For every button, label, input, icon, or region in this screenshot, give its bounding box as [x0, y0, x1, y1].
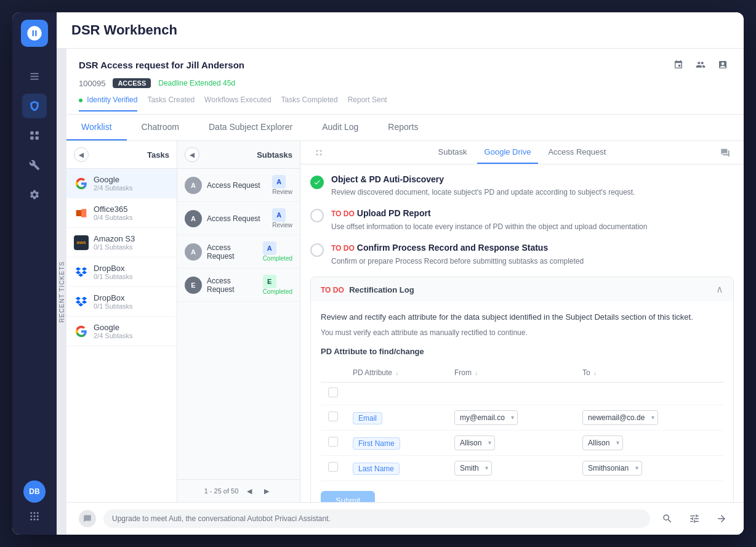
submit-button[interactable]: Submit [321, 491, 375, 503]
progress-tab-workflows[interactable]: Workflows Executed [204, 93, 281, 107]
chat-bubble: Upgrade to meet Auti, the conversational… [103, 509, 650, 528]
subtask-info: Access Request [207, 243, 258, 261]
task-detail-body: TO DOConfirm Process Record and Response… [331, 242, 734, 267]
rect-header: TO DO Rectification Log ∧ [311, 277, 733, 301]
ticket-icon-1[interactable] [670, 56, 687, 73]
arrow-right-icon[interactable] [712, 509, 731, 529]
sidebar-item-wrench[interactable] [22, 153, 47, 177]
subtasks-column: ◀ Subtasks A Access Request A Review [177, 141, 300, 502]
tab-reports[interactable]: Reports [373, 115, 433, 140]
subtask-item[interactable]: A Access Request A Review [177, 169, 300, 202]
subtask-avatar: A [185, 243, 202, 261]
tab-data-subject-explorer[interactable]: Data Subject Explorer [194, 115, 307, 140]
aws-logo: aws [74, 235, 89, 250]
task-item[interactable]: DropBox 0/1 Subtasks [66, 257, 177, 287]
ticket-icon-3[interactable] [714, 56, 731, 73]
sidebar-item-menu[interactable] [22, 64, 47, 89]
from-select-wrap: my@email.co [454, 410, 518, 425]
from-select-lastname[interactable]: Smith [454, 461, 492, 476]
page-next[interactable]: ▶ [260, 485, 273, 497]
app-logo[interactable] [21, 20, 48, 47]
tasks-column: ◀ Tasks Google 2/4 Subtasks [66, 141, 177, 502]
tab-worklist[interactable]: Worklist [66, 115, 127, 140]
pd-checkbox[interactable] [328, 411, 338, 421]
subtask-info: Access Request [207, 181, 267, 190]
to-select-wrap: newemail@co.de [582, 410, 658, 425]
task-detail-item: Object & PD Auti-Discovery Review discov… [310, 174, 734, 198]
svg-point-8 [34, 512, 36, 514]
task-item[interactable]: Office365 0/4 Subtasks [66, 198, 177, 228]
detail-tab-subtask[interactable]: Subtask [431, 141, 475, 164]
task-check-empty[interactable] [310, 209, 324, 222]
main-tabs: Worklist Chatroom Data Subject Explorer … [66, 115, 744, 141]
comment-button[interactable] [717, 144, 734, 161]
apps-icon[interactable] [23, 505, 46, 527]
subtask-item[interactable]: A Access Request A Review [177, 202, 300, 235]
pd-tag-lastname: Last Name [353, 463, 400, 475]
sliders-icon[interactable] [685, 509, 704, 529]
table-row: First Name Allison [321, 430, 723, 455]
sidebar-item-grid[interactable] [22, 123, 47, 148]
progress-tab-identity[interactable]: Identity Verified [79, 93, 147, 107]
task-check-empty[interactable] [310, 243, 324, 257]
task-item[interactable]: Google 2/4 Subtasks [66, 317, 177, 346]
task-detail-body: TO DOUpload PD Report Use offset informa… [331, 208, 734, 232]
dropbox2-logo [74, 294, 89, 309]
detail-tab-google-drive[interactable]: Google Drive [477, 141, 539, 164]
bottom-bar: Upgrade to meet Auti, the conversational… [66, 502, 744, 535]
subtasks-nav-prev[interactable]: ◀ [185, 147, 199, 162]
to-select-wrap: Allison [582, 436, 623, 450]
sidebar-item-shield[interactable] [22, 94, 47, 118]
ticket-icon-2[interactable] [692, 56, 709, 73]
subtask-item[interactable]: A Access Request A Completed [177, 235, 300, 269]
rect-note: You must verify each attribute as manual… [321, 328, 723, 337]
subtask-info: Access Request [207, 214, 267, 223]
subtask-badge: A [272, 208, 286, 222]
task-detail-item: TO DOUpload PD Report Use offset informa… [310, 208, 734, 232]
progress-tab-report[interactable]: Report Sent [348, 93, 397, 107]
ticket-deadline: Deadline Extended 45d [158, 79, 235, 87]
table-row: Last Name Smith [321, 455, 723, 480]
task-item[interactable]: DropBox 0/1 Subtasks [66, 287, 177, 317]
svg-rect-17 [81, 209, 86, 217]
subtasks-col-header: ◀ Subtasks [177, 141, 300, 169]
pd-table: PD Attribute ↓ From ↓ [321, 363, 723, 481]
office365-logo [74, 206, 89, 221]
progress-tab-tasks[interactable]: Tasks Created [147, 93, 204, 107]
page-prev[interactable]: ◀ [243, 485, 255, 497]
svg-rect-1 [30, 76, 39, 77]
pd-checkbox[interactable] [328, 462, 338, 472]
to-select-firstname[interactable]: Allison [582, 436, 623, 450]
task-detail-item: TO DOConfirm Process Record and Response… [310, 242, 734, 267]
tab-audit-log[interactable]: Audit Log [307, 115, 373, 140]
from-select-firstname[interactable]: Allison [454, 436, 495, 450]
table-row [321, 382, 723, 405]
tab-chatroom[interactable]: Chatroom [127, 115, 194, 140]
ticket-info: DSR Access request for Jill Anderson [79, 56, 731, 73]
rectification-section: TO DO Rectification Log ∧ Review and rec… [310, 277, 734, 502]
task-item[interactable]: Google 2/4 Subtasks [66, 169, 177, 198]
to-select-lastname[interactable]: Smithsonian [582, 461, 642, 476]
sidebar-item-settings[interactable] [22, 182, 47, 207]
to-select-email[interactable]: newemail@co.de [582, 410, 658, 425]
rect-subtitle: PD Attribute to find/change [321, 347, 723, 356]
expand-button[interactable] [310, 144, 328, 161]
search-icon[interactable] [657, 509, 677, 529]
progress-tab-completed[interactable]: Tasks Completed [281, 93, 348, 107]
recent-tickets-tab[interactable]: RECENT TICKETS [57, 49, 66, 535]
user-avatar[interactable]: DB [23, 480, 46, 503]
subtask-item[interactable]: E Access Request E Completed [177, 269, 300, 302]
svg-rect-3 [30, 131, 33, 134]
detail-tab-access-request[interactable]: Access Request [541, 141, 613, 164]
task-item[interactable]: aws Amazon S3 0/1 Subtasks [66, 228, 177, 257]
detail-panel: Subtask Google Drive Access Request [300, 141, 744, 502]
tasks-col-header: ◀ Tasks [66, 141, 177, 169]
tasks-nav-prev[interactable]: ◀ [74, 147, 89, 162]
subtask-avatar: A [185, 210, 202, 227]
rect-collapse-icon[interactable]: ∧ [716, 283, 723, 295]
from-select-email[interactable]: my@email.co [454, 410, 518, 425]
task-check-done[interactable] [310, 176, 324, 189]
pd-checkbox[interactable] [328, 387, 338, 397]
google2-logo [74, 324, 89, 339]
pd-checkbox[interactable] [328, 437, 338, 447]
